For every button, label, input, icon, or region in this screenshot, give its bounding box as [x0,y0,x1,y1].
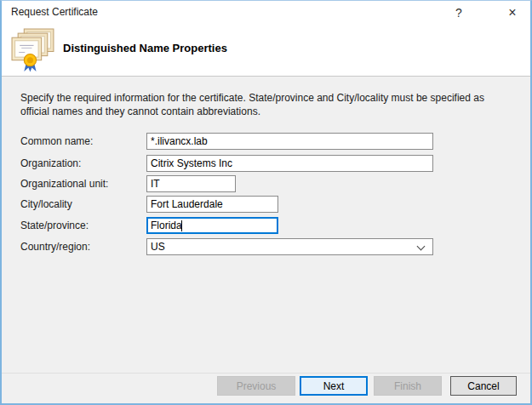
button-area-separator [2,373,530,374]
dialog-content: Specify the required information for the… [2,76,530,405]
country-region-select[interactable]: US [146,238,433,255]
organization-label: Organization: [20,157,81,169]
help-icon[interactable]: ? [444,1,473,24]
form-area: Common name: Organization: Organizationa… [2,77,530,405]
finish-button: Finish [374,376,442,396]
city-locality-input[interactable] [146,196,278,213]
state-province-input[interactable] [146,217,278,234]
next-button[interactable]: Next [300,376,368,396]
previous-button: Previous [217,376,295,396]
organizational-unit-input[interactable] [146,175,236,192]
common-name-label: Common name: [20,135,93,147]
cancel-button[interactable]: Cancel [450,376,517,396]
chevron-down-icon [417,242,426,251]
window-title: Request Certificate [11,6,98,18]
page-title: Distinguished Name Properties [63,42,227,54]
title-bar: Request Certificate ? × [2,1,530,25]
certificate-stack-icon [11,28,56,73]
common-name-input[interactable] [146,133,433,150]
close-icon[interactable]: × [498,1,527,24]
request-certificate-dialog: Request Certificate ? × [0,0,532,405]
organizational-unit-label: Organizational unit: [20,178,108,190]
city-locality-label: City/locality [20,198,72,210]
organization-input[interactable] [146,155,433,172]
country-region-value: US [151,241,165,253]
country-region-label: Country/region: [20,241,90,253]
state-province-label: State/province: [20,220,89,231]
text-caret [181,220,182,231]
